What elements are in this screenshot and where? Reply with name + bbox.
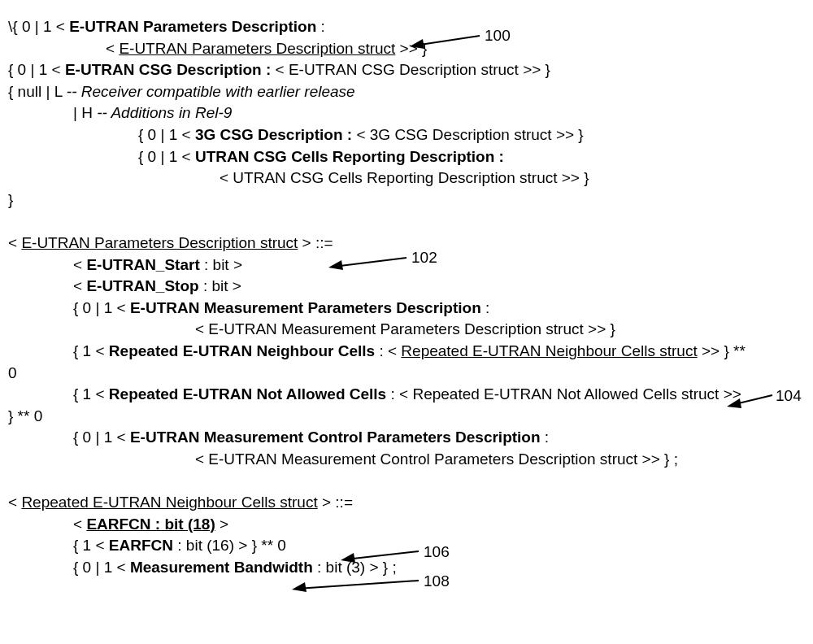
line-16: 0 — [8, 363, 805, 385]
line-10: < E-UTRAN Parameters Description struct … — [8, 233, 805, 255]
line-15: { 1 < Repeated E-UTRAN Neighbour Cells :… — [8, 341, 805, 363]
line-3: { 0 | 1 < E-UTRAN CSG Description : < E-… — [8, 59, 805, 81]
line-21: < Repeated E-UTRAN Neighbour Cells struc… — [8, 492, 805, 514]
line-18: } ** 0 — [8, 406, 805, 428]
line-1: \{ 0 | 1 < E-UTRAN Parameters Descriptio… — [8, 16, 805, 38]
line-20: < E-UTRAN Measurement Control Parameters… — [8, 449, 805, 471]
line-14: < E-UTRAN Measurement Parameters Descrip… — [8, 319, 805, 341]
line-8: < UTRAN CSG Cells Reporting Description … — [8, 168, 805, 189]
line-22: < EARFCN : bit (18) > — [8, 514, 805, 536]
line-17: { 1 < Repeated E-UTRAN Not Allowed Cells… — [8, 384, 805, 406]
line-12: < E-UTRAN_Stop : bit > — [8, 276, 805, 298]
line-19: { 0 | 1 < E-UTRAN Measurement Control Pa… — [8, 427, 805, 449]
spec-container: 100 102 104 106 108 \{ 0 | 1 < E-U — [8, 16, 805, 578]
line-2: < E-UTRAN Parameters Description struct … — [8, 38, 805, 60]
line-11: < E-UTRAN_Start : bit > — [8, 255, 805, 276]
line-4: { null | L -- Receiver compatible with e… — [8, 81, 805, 103]
line-9: } — [8, 189, 805, 211]
line-7: { 0 | 1 < UTRAN CSG Cells Reporting Desc… — [8, 146, 805, 168]
line-13: { 0 | 1 < E-UTRAN Measurement Parameters… — [8, 298, 805, 320]
svg-marker-9 — [292, 582, 307, 592]
line-5: | H -- Additions in Rel-9 — [8, 102, 805, 124]
line-6: { 0 | 1 < 3G CSG Description : < 3G CSG … — [8, 124, 805, 146]
line-23: { 1 < EARFCN : bit (16) > } ** 0 — [8, 535, 805, 557]
line-24: { 0 | 1 < Measurement Bandwidth : bit (3… — [8, 557, 805, 579]
svg-line-8 — [297, 581, 419, 589]
